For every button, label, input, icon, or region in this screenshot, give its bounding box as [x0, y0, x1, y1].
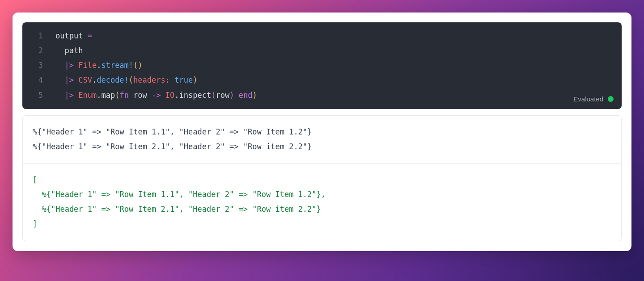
evaluation-status: Evaluated [573, 95, 614, 103]
cell-card: 1 output = 2 path 3 |> File.stream!() 4 … [13, 13, 631, 251]
code-content: |> File.stream!() [55, 58, 143, 73]
line-number: 5 [30, 88, 43, 103]
code-line: 1 output = [30, 29, 614, 43]
code-line: 3 |> File.stream!() [30, 58, 614, 73]
status-indicator-icon [608, 96, 614, 102]
status-label: Evaluated [573, 95, 603, 103]
code-line: 2 path [30, 43, 614, 58]
code-content: |> CSV.decode!(headers: true) [55, 73, 197, 88]
result-output: [ %{"Header 1" => "Row Item 1.1", "Heade… [23, 163, 621, 241]
line-number: 1 [30, 29, 43, 43]
stdout-output: %{"Header 1" => "Row Item 1.1", "Header … [23, 116, 621, 163]
line-number: 2 [30, 43, 43, 58]
code-editor[interactable]: 1 output = 2 path 3 |> File.stream!() 4 … [22, 22, 622, 109]
line-number: 3 [30, 58, 43, 73]
code-content: |> Enum.map(fn row -> IO.inspect(row) en… [55, 88, 257, 103]
code-line: 4 |> CSV.decode!(headers: true) [30, 73, 614, 88]
code-content: output = [55, 29, 92, 43]
code-line: 5 |> Enum.map(fn row -> IO.inspect(row) … [30, 88, 614, 103]
output-block: %{"Header 1" => "Row Item 1.1", "Header … [22, 115, 622, 241]
line-number: 4 [30, 73, 43, 88]
code-content: path [55, 43, 83, 58]
